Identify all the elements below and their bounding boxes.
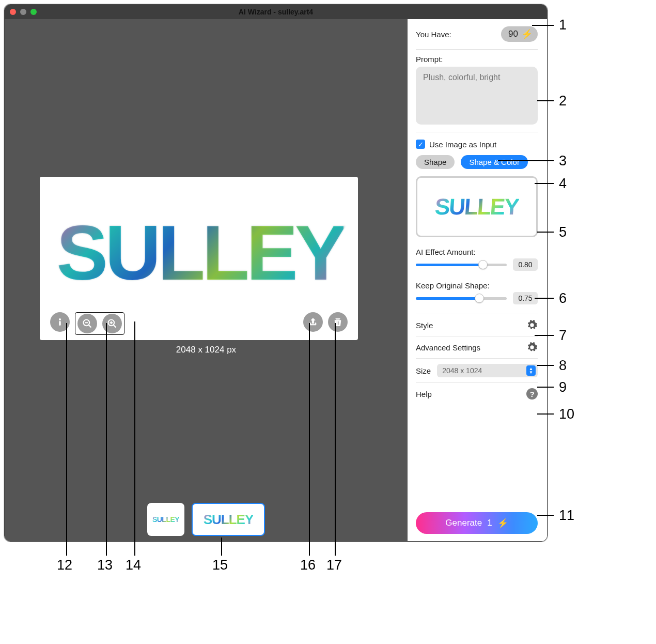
side-panel: You Have: 90 ⚡ Prompt: ✓ Use Image as In… [408,19,547,541]
share-icon [308,317,318,327]
gear-icon[interactable] [526,319,538,331]
use-image-label: Use Image as Input [429,140,496,149]
svg-rect-1 [59,321,61,325]
segment-shape[interactable]: Shape [416,155,455,169]
svg-point-0 [59,318,60,320]
preview-image: SULLEY [40,177,358,340]
bolt-icon: ⚡ [521,28,533,40]
checkbox-checked-icon: ✓ [416,140,425,149]
size-value: 2048 x 1024 [442,366,482,375]
help-label: Help [416,390,432,398]
delete-button[interactable] [328,312,348,332]
preview-text: SULLEY [51,200,349,306]
thumbnail-strip: SULLEY SULLEY [147,503,265,536]
generate-button[interactable]: Generate 1 ⚡ [416,512,538,534]
input-thumbnail[interactable]: SULLEY [416,176,538,237]
share-button[interactable] [303,312,323,332]
help-button[interactable]: ? [526,388,538,400]
credits-pill[interactable]: 90 ⚡ [501,26,538,42]
input-mode-segmented: Shape Shape & Color [416,155,538,169]
trash-icon [333,317,343,327]
info-button[interactable] [50,312,70,332]
size-label: Size [416,366,431,375]
prompt-label: Prompt: [416,55,538,64]
zoom-controls [75,312,124,335]
thumbnail-result-selected[interactable]: SULLEY [192,503,265,536]
gear-icon[interactable] [526,342,538,353]
bolt-icon: ⚡ [497,518,508,529]
segment-shape-and-color[interactable]: Shape & Color [461,155,528,169]
canvas-area: SULLEY [5,19,408,541]
svg-line-3 [89,325,91,328]
zoom-in-icon [107,318,117,329]
keep-shape-label: Keep Original Shape: [416,281,538,290]
window-title: AI Wizard - sulley.art4 [5,8,547,16]
effect-amount-value: 0.80 [513,258,538,271]
size-select[interactable]: 2048 x 1024 ▲▼ [437,364,538,377]
app-window: AI Wizard - sulley.art4 SULLEY [4,4,548,542]
credits-label: You Have: [416,30,451,39]
canvas-dimensions: 2048 x 1024 px [5,345,408,355]
zoom-out-icon [82,318,92,329]
thumbnail-original[interactable]: SULLEY [147,503,184,536]
style-row-label: Style [416,321,433,330]
svg-line-6 [114,325,116,328]
keep-shape-value: 0.75 [513,292,538,304]
credits-value: 90 [508,29,518,39]
keep-shape-slider[interactable] [416,297,507,300]
titlebar: AI Wizard - sulley.art4 [5,5,547,19]
use-image-checkbox-row[interactable]: ✓ Use Image as Input [416,140,538,149]
advanced-row-label: Advanced Settings [416,343,480,352]
zoom-in-button[interactable] [102,314,122,333]
effect-amount-label: AI Effect Amount: [416,248,538,256]
effect-amount-slider[interactable] [416,264,507,266]
chevron-updown-icon: ▲▼ [526,365,536,376]
zoom-out-button[interactable] [77,314,97,333]
prompt-input[interactable] [416,67,538,125]
info-icon [55,317,65,327]
